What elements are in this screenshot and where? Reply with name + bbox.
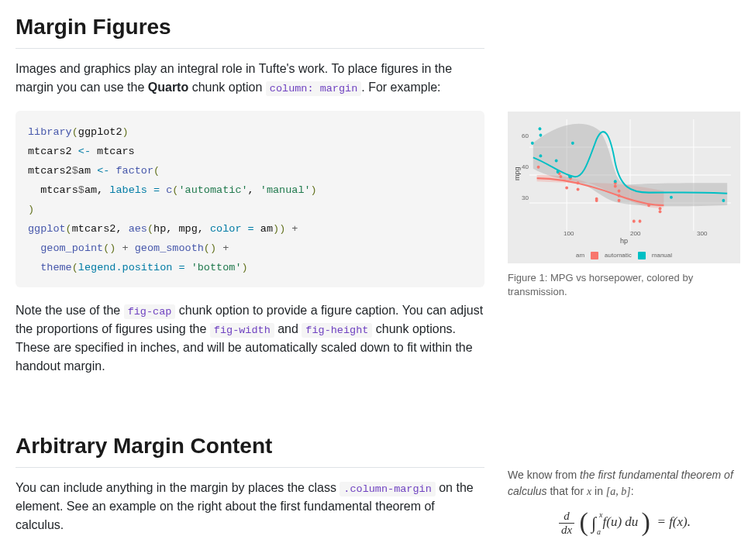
chart-legend: am automatic manual [512,248,736,262]
svg-point-23 [659,210,662,213]
svg-point-34 [670,196,673,199]
code-token: legend.position = [78,262,185,273]
code-token: color = [210,223,254,235]
code-token: library [28,126,72,138]
note-text: Note the use of the [16,304,124,317]
margin-figure: mpg [508,112,740,263]
code-token: mtcars2, [72,223,129,235]
inline-code-fig-height: fig-height [302,323,372,338]
integral-icon: ∫xa [591,510,596,536]
note-text: : [631,485,634,497]
svg-point-37 [568,175,571,178]
lparen-icon: ( [579,507,588,536]
code-token: ) [241,262,247,273]
integrand: f(u) du [603,515,639,530]
section-margin-figures-title: Margin Figures [16,11,484,49]
code-block-ggplot: library(ggplot2) mtcars2 <- mtcars mtcar… [16,111,484,287]
svg-point-15 [618,190,621,193]
code-token: mtcars2 [28,146,78,157]
legend-label-automatic: automatic [605,251,632,260]
chart-ylabel: mpg [512,116,520,231]
math-fraction: d dx [557,510,576,536]
legend-swatch-manual [638,252,646,259]
chart-y-tick: 60 [522,132,529,141]
svg-point-13 [577,187,580,191]
math-rhs: = f(x). [657,515,691,530]
svg-point-30 [539,127,542,130]
svg-point-31 [539,154,543,157]
code-token: theme [40,262,72,273]
code-token: mtcars [91,146,135,157]
math-interval: [a, b] [606,486,631,497]
svg-point-9 [659,207,662,210]
intro-text: chunk option [188,81,266,94]
section-arbitrary-margin-title: Arbitrary Margin Content [16,430,484,468]
code-token: ) [122,126,129,138]
svg-point-36 [722,199,725,202]
code-token: + [285,223,298,235]
intro-bold: Quarto [148,81,188,94]
note-text: in [591,485,606,497]
para-text: You can include anything in the margin b… [16,481,340,494]
svg-point-29 [531,142,534,145]
code-token [185,262,191,273]
note-text: and [274,322,302,335]
code-token: 'automatic' [178,184,247,196]
code-token: ( [72,262,78,273]
note-text: that for [547,485,587,497]
svg-point-33 [571,142,574,145]
code-token: + [115,242,134,254]
svg-point-19 [647,204,650,207]
intro-paragraph: Images and graphics play an integral rol… [16,60,484,97]
svg-point-8 [565,186,568,189]
code-token: , [248,184,260,196]
svg-point-10 [537,166,540,169]
code-token: <- [97,165,109,177]
code-token: ) [273,223,279,235]
code-token: $ [72,165,78,177]
chart-xlabel: hp [512,236,736,247]
code-token: hp, mpg, [153,223,210,235]
code-token: am, [84,184,109,196]
svg-point-14 [618,194,621,198]
int-upper: x [599,509,602,520]
svg-point-12 [577,181,580,184]
inline-code-column-margin-class: .column-margin [340,482,435,496]
code-token: ggplot [28,223,66,235]
svg-point-20 [560,175,563,178]
code-token: geom_smooth [135,242,204,254]
intro-text: . For example: [361,81,440,94]
svg-point-35 [614,180,617,183]
section2-paragraph: You can include anything in the margin b… [16,479,484,534]
code-token: ( [66,223,72,235]
frac-den: dx [559,524,574,536]
note-paragraph: Note the use of the fig-cap chunk option… [16,301,484,376]
code-token: am [78,165,97,177]
code-token: factor [115,165,153,177]
legend-swatch-automatic [591,252,598,259]
svg-point-22 [595,199,598,202]
svg-point-17 [633,220,636,223]
code-token: am [254,223,273,235]
chart-y-tick: 40 [522,163,529,172]
math-display: d dx ( ∫xa f(u) du ) = f(x). [508,510,740,536]
svg-point-7 [614,184,617,187]
margin-note-calculus: We know from the first fundamental theor… [508,467,740,536]
code-token: ( [153,165,160,177]
note-text: We know from [508,469,580,481]
code-token: <- [78,146,91,157]
code-token: ) [311,184,317,196]
code-token: + [216,242,229,254]
figure-caption: Figure 1: MPG vs horsepower, colored by … [508,271,740,299]
code-token: $ [78,184,84,196]
inline-code-fig-cap: fig-cap [124,304,176,319]
int-lower: a [597,526,601,538]
svg-point-28 [539,134,543,137]
rparen-icon: ) [642,507,650,536]
code-token: geom_point [40,242,103,254]
code-token: mtcars [28,184,78,196]
code-token: () [103,242,115,254]
code-token: mtcars2 [28,165,72,177]
code-token: ( [147,223,153,235]
code-token: ( [72,126,78,138]
